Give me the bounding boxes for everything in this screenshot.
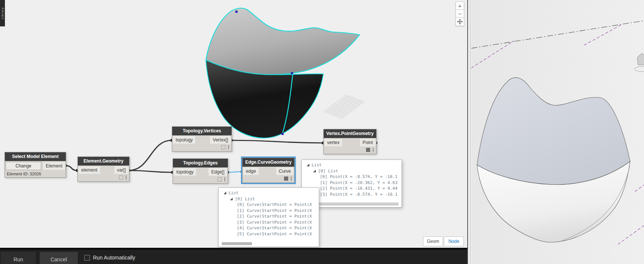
h-scrollbar-thumb[interactable] <box>319 203 398 206</box>
tree-label: [0] List <box>318 169 338 173</box>
node-footer <box>172 144 232 151</box>
node-title[interactable]: Edge.CurveGeometry <box>242 158 294 167</box>
blob-top-face <box>206 8 360 75</box>
wire-edges-to-curvegeometry-selected[interactable] <box>227 172 242 172</box>
node-title[interactable]: Select Model Element <box>5 152 66 161</box>
node-select-model-element[interactable]: Select Model Element Change Element Elem… <box>5 152 66 178</box>
cancel-button[interactable]: Cancel <box>40 252 78 264</box>
geometry-preview <box>206 8 366 138</box>
output-port-vertex[interactable]: Vertex[] <box>210 136 231 144</box>
wire-element-to-geometry[interactable] <box>65 166 77 170</box>
expander-icon[interactable] <box>224 192 226 194</box>
expander-icon[interactable] <box>307 164 309 166</box>
change-element-button[interactable]: Change <box>6 162 41 170</box>
node-topology-vertices[interactable]: Topology.Vertices topology Vertex[] <box>172 126 232 152</box>
tree-label: [0] List <box>235 196 255 201</box>
dynamo-workspace[interactable]: Library + − Select Model Element Change … <box>0 0 467 264</box>
node-title[interactable]: Topology.Vertices <box>172 127 232 135</box>
run-automatically-checkbox[interactable] <box>84 255 90 261</box>
input-port-vertex[interactable]: vertex <box>324 139 342 146</box>
minus-icon: − <box>458 11 462 17</box>
tree-node-group[interactable]: [0] List <box>302 168 402 174</box>
list-item: [1] Point(X = -20.362, Y = 4.63 <box>302 180 402 186</box>
output-port-curve[interactable]: Curve <box>276 167 293 175</box>
curve-value: [0] Curve(StartPoint = Point(X <box>237 202 312 207</box>
lacing-icon[interactable] <box>291 177 292 181</box>
vertex-marker <box>235 11 238 13</box>
input-port-edge[interactable]: edge <box>243 167 259 175</box>
reference-plane-line[interactable] <box>635 185 644 192</box>
tree-node-root[interactable]: List <box>219 190 319 196</box>
expander-icon[interactable] <box>313 170 316 172</box>
input-port-element[interactable]: element <box>79 166 100 174</box>
pan-button[interactable] <box>456 17 464 26</box>
pan-arrows-icon <box>457 19 463 25</box>
node-title[interactable]: Element.Geometry <box>78 157 129 166</box>
h-scrollbar-thumb[interactable] <box>222 242 252 245</box>
window-splitter[interactable] <box>467 0 471 264</box>
preview-toggle-icon[interactable] <box>218 177 222 181</box>
plus-icon: + <box>458 3 462 9</box>
zoom-out-button[interactable]: − <box>456 9 464 18</box>
preview-toggle-icon[interactable] <box>284 177 288 181</box>
node-element-geometry[interactable]: Element.Geometry element var[] <box>77 157 130 182</box>
reference-plane-line[interactable] <box>471 41 514 68</box>
viewcube-icon[interactable] <box>635 53 644 72</box>
input-port-topology[interactable]: topology <box>173 136 195 144</box>
node-title[interactable]: Topology.Edges <box>173 159 228 167</box>
level-line[interactable] <box>471 21 644 48</box>
library-panel-tab[interactable]: Library <box>0 0 5 26</box>
output-port-point[interactable]: Point <box>360 139 375 146</box>
tree-node-group[interactable]: [0] List <box>219 196 319 202</box>
preview-toggle-icon[interactable] <box>366 148 370 152</box>
geom-node-toggle: Geom Node <box>423 236 464 246</box>
wire-geometry-to-edges[interactable] <box>129 170 173 172</box>
mass-top-face <box>477 78 630 185</box>
curve-value: [5] Curve(StartPoint = Point(X <box>237 232 312 236</box>
list-item: [0] Point(X = -8.574, Y = -16.1 <box>302 174 402 180</box>
node-vertex-pointgeometry[interactable]: Vertex.PointGeometry vertex Point <box>323 129 377 154</box>
wire-geometry-to-vertices[interactable] <box>129 140 172 170</box>
node-topology-edges[interactable]: Topology.Edges topology Edge[] <box>173 158 228 184</box>
output-port-edge[interactable]: Edge[] <box>208 168 227 176</box>
curve-value: [3] Curve(StartPoint = Point(X <box>237 220 312 225</box>
dynamo-app-window: Library + − Select Model Element Change … <box>0 0 644 264</box>
node-body: edge Curve <box>242 167 294 176</box>
reference-plane-line[interactable] <box>584 25 621 45</box>
node-body: Change Element <box>5 161 66 171</box>
list-item: [0] Curve(StartPoint = Point(X <box>219 202 319 208</box>
node-edge-curvegeometry[interactable]: Edge.CurveGeometry edge Curve <box>242 158 295 183</box>
tree-node-root[interactable]: List <box>302 162 402 168</box>
run-button[interactable]: Run <box>1 252 36 264</box>
preview-toggle-icon[interactable] <box>221 145 225 149</box>
canvas-zoom-controls: + − <box>456 2 464 26</box>
list-item: [4] Curve(StartPoint = Point(X <box>219 225 319 231</box>
output-port-element[interactable]: Element <box>43 162 65 170</box>
node-footer <box>324 147 376 154</box>
node-title[interactable]: Vertex.PointGeometry <box>324 129 376 138</box>
lacing-icon[interactable] <box>228 145 229 149</box>
node-view-button[interactable]: Node <box>444 236 464 246</box>
output-port-var[interactable]: var[] <box>114 166 128 174</box>
input-port-topology[interactable]: topology <box>174 168 196 176</box>
list-item: [2] Curve(StartPoint = Point(X <box>219 213 319 219</box>
preview-toggle-icon[interactable] <box>119 175 123 180</box>
base-grid-plane <box>323 94 366 119</box>
point-value: [1] Point(X = -20.362, Y = 4.63 <box>320 180 397 185</box>
expander-icon[interactable] <box>230 198 233 200</box>
library-panel-label: Library <box>1 7 4 19</box>
zoom-in-button[interactable]: + <box>456 2 464 10</box>
node-footer <box>173 177 228 183</box>
list-item: [3] Curve(StartPoint = Point(X <box>219 219 319 226</box>
reference-plane-line[interactable] <box>618 226 644 244</box>
lacing-icon[interactable] <box>126 175 127 180</box>
list-item: [1] Curve(StartPoint = Point(X <box>219 208 319 214</box>
lacing-icon[interactable] <box>224 177 225 181</box>
revit-mass-form[interactable] <box>477 78 630 243</box>
node-footer <box>242 176 294 183</box>
curve-list-preview-popup[interactable]: List [0] List [0] Curve(StartPoint = Poi… <box>218 187 319 247</box>
revit-3d-view[interactable] <box>471 0 644 264</box>
lacing-icon[interactable] <box>373 148 374 152</box>
geom-view-button[interactable]: Geom <box>423 236 443 246</box>
wire-vertices-to-pointgeometry[interactable] <box>231 140 323 143</box>
